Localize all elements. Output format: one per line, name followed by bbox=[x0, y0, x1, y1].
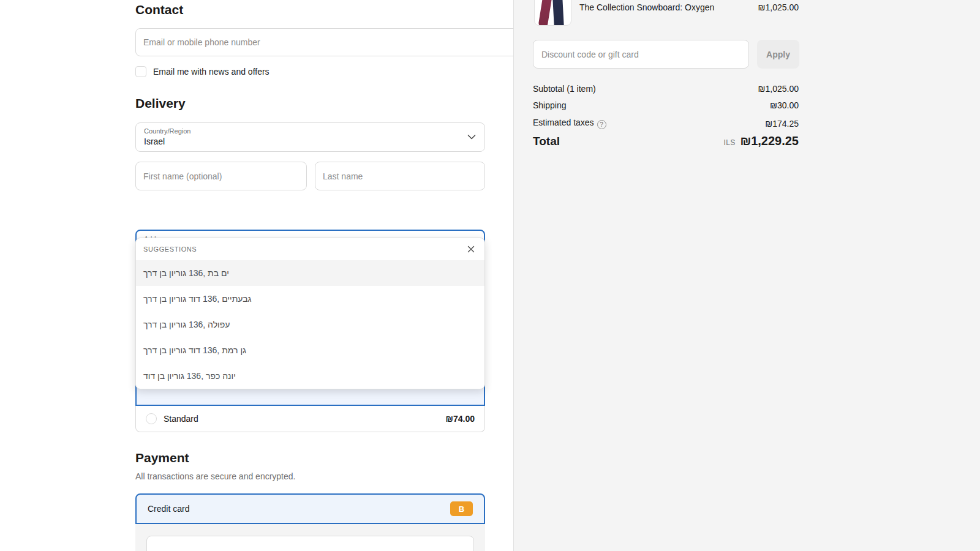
subtotal-row: Subtotal (1 item) ₪1,025.00 bbox=[533, 84, 799, 94]
close-icon[interactable] bbox=[466, 244, 477, 255]
country-select[interactable]: Country/Region Israel bbox=[135, 122, 485, 152]
shipping-standard-label: Standard bbox=[164, 414, 198, 424]
radio-icon[interactable] bbox=[146, 413, 157, 424]
help-icon[interactable]: ? bbox=[597, 120, 606, 129]
currency-code: ILS bbox=[724, 138, 736, 147]
product-thumbnail bbox=[534, 0, 571, 26]
total-value: ₪1,229.25 bbox=[740, 134, 799, 148]
news-offers-label: Email me with news and offers bbox=[153, 67, 270, 77]
shipping-row: Shipping ₪30.00 bbox=[533, 100, 799, 110]
country-label: Country/Region bbox=[144, 127, 190, 135]
total-label: Total bbox=[533, 135, 560, 148]
credit-card-option[interactable]: Credit card B bbox=[135, 493, 485, 524]
contact-heading: Contact bbox=[135, 2, 485, 17]
shipping-option-standard[interactable]: Standard ₪74.00 bbox=[135, 406, 485, 432]
total-row: Total ILS ₪1,229.25 bbox=[533, 134, 799, 148]
taxes-row: Estimated taxes? ₪174.25 bbox=[533, 118, 799, 129]
delivery-heading: Delivery bbox=[135, 96, 485, 111]
suggestions-dropdown: SUGGESTIONS דרך‎ בן‎ גוריון‎ 136, בת‎ ים… bbox=[135, 238, 485, 389]
suggestion-item[interactable]: דרך‎ בן‎ גוריון‎ דוד‎ 136, רמת‎ גן‎ bbox=[136, 337, 484, 363]
suggestion-item[interactable]: דוד‎ בן‎ גוריון‎ 136, כפר‎ יונה‎ bbox=[136, 363, 484, 389]
snowboard-image bbox=[552, 0, 564, 26]
payment-subtitle: All transactions are secure and encrypte… bbox=[135, 471, 485, 481]
subtotal-label: Subtotal (1 item) bbox=[533, 84, 596, 94]
card-number-input[interactable] bbox=[146, 536, 474, 551]
order-summary-panel: The Collection Snowboard: Oxygen ₪1,025.… bbox=[513, 0, 980, 551]
shipping-label: Shipping bbox=[533, 100, 567, 110]
taxes-label: Estimated taxes? bbox=[533, 118, 606, 129]
subtotal-value: ₪1,025.00 bbox=[758, 84, 799, 94]
suggestion-item[interactable]: דרך‎ בן‎ גוריון‎ 136, בת‎ ים‎ bbox=[136, 260, 484, 286]
suggestion-item[interactable]: דרך‎ בן‎ גוריון‎ 136, עפולה‎ bbox=[136, 312, 484, 337]
last-name-input[interactable] bbox=[315, 162, 485, 190]
chevron-down-icon bbox=[467, 135, 476, 140]
first-name-input[interactable] bbox=[135, 162, 307, 190]
taxes-value: ₪174.25 bbox=[765, 119, 799, 129]
product-title: The Collection Snowboard: Oxygen bbox=[579, 2, 788, 12]
suggestions-header: SUGGESTIONS bbox=[143, 246, 197, 253]
card-form-body bbox=[135, 524, 485, 551]
taxes-label-text: Estimated taxes bbox=[533, 118, 594, 127]
shipping-value: ₪30.00 bbox=[770, 100, 799, 110]
shipping-standard-price: ₪74.00 bbox=[446, 414, 475, 424]
suggestion-item[interactable]: דרך‎ בן‎ גוריון‎ דוד‎ 136, גבעתיים‎ bbox=[136, 286, 484, 312]
country-value: Israel bbox=[144, 137, 165, 146]
discount-input[interactable] bbox=[533, 40, 749, 69]
apply-button[interactable]: Apply bbox=[757, 40, 799, 69]
credit-card-label: Credit card bbox=[148, 504, 189, 514]
snowboard-image bbox=[538, 0, 554, 26]
checkout-main: Contact Email me with news and offers De… bbox=[0, 0, 513, 551]
suggestions-header-row: SUGGESTIONS bbox=[136, 238, 484, 260]
payment-heading: Payment bbox=[135, 451, 485, 465]
news-offers-option[interactable]: Email me with news and offers bbox=[135, 66, 485, 77]
bogus-gateway-icon: B bbox=[450, 501, 473, 516]
news-offers-checkbox[interactable] bbox=[135, 66, 146, 77]
product-price: ₪1,025.00 bbox=[758, 2, 799, 12]
